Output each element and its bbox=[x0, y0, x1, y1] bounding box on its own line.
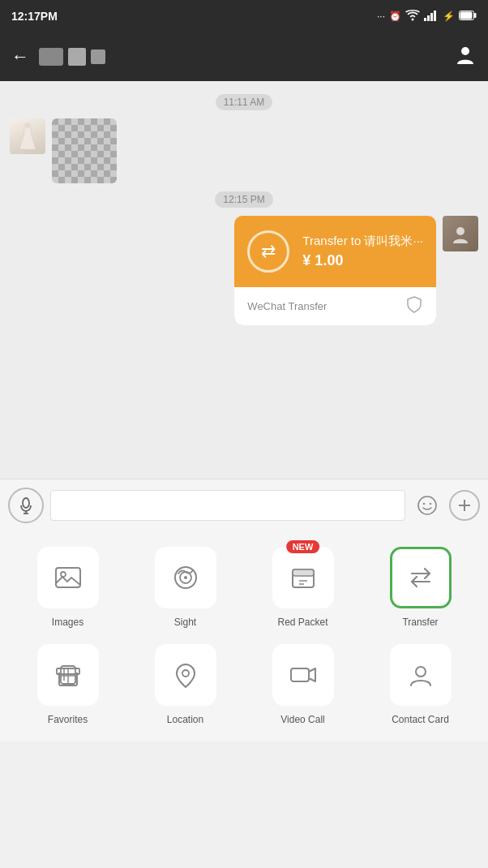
panel-item-sight[interactable]: Sight bbox=[131, 547, 240, 628]
svg-point-14 bbox=[423, 502, 425, 504]
svg-point-29 bbox=[182, 670, 189, 677]
svg-point-19 bbox=[61, 572, 66, 577]
panel-item-contactcard[interactable]: Contact Card bbox=[366, 644, 475, 725]
battery-icon bbox=[459, 11, 477, 23]
panel-item-favorites[interactable]: Favorites bbox=[13, 644, 122, 725]
svg-point-10 bbox=[23, 498, 29, 508]
svg-rect-3 bbox=[434, 11, 436, 21]
contact-avatar-3 bbox=[91, 49, 105, 64]
voice-button[interactable] bbox=[8, 488, 44, 523]
favorites-label: Favorites bbox=[48, 714, 88, 725]
new-badge-redpacket: NEW bbox=[286, 540, 320, 553]
redpacket-label: Red Packet bbox=[277, 617, 327, 628]
message-received-1 bbox=[10, 118, 478, 183]
svg-point-9 bbox=[456, 227, 464, 235]
sender-avatar-1 bbox=[10, 118, 45, 154]
transfer-footer-label: WeChat Transfer bbox=[247, 300, 327, 312]
emoji-button[interactable] bbox=[412, 490, 443, 521]
header-contact-info bbox=[39, 48, 444, 66]
location-icon-box bbox=[155, 644, 216, 706]
transfer-info: Transfer to 请叫我米··· ¥ 1.00 bbox=[302, 234, 423, 269]
input-area bbox=[0, 479, 488, 531]
profile-icon[interactable] bbox=[454, 43, 477, 71]
message-sent-transfer: ⇄ Transfer to 请叫我米··· ¥ 1.00 WeChat Tran… bbox=[10, 216, 478, 325]
status-bar: 12:17PM ··· ⏰ ⚡ bbox=[0, 0, 488, 32]
received-image-1[interactable] bbox=[52, 118, 117, 183]
chat-messages: 11:11 AM 12:15 PM ⇄ Transfer t bbox=[0, 81, 488, 479]
timestamp-2: 12:15 PM bbox=[215, 191, 272, 208]
signal-dots-icon: ··· bbox=[377, 11, 385, 22]
videocall-icon-box bbox=[272, 644, 334, 706]
add-button[interactable] bbox=[449, 490, 480, 521]
sight-label: Sight bbox=[174, 617, 196, 628]
transfer-amount: ¥ 1.00 bbox=[302, 252, 423, 269]
panel-item-redpacket[interactable]: NEW Red Packet bbox=[248, 547, 357, 628]
transfer-icon-box bbox=[390, 547, 452, 608]
svg-point-22 bbox=[184, 576, 187, 579]
contact-avatar-1 bbox=[39, 48, 63, 66]
contact-avatar-2 bbox=[68, 48, 86, 66]
alarm-icon: ⏰ bbox=[389, 11, 401, 22]
panel-item-images[interactable]: Images bbox=[13, 547, 122, 628]
status-icons: ··· ⏰ ⚡ bbox=[377, 10, 477, 24]
favorites-icon-box bbox=[37, 644, 99, 706]
lightning-icon: ⚡ bbox=[443, 11, 455, 22]
location-label: Location bbox=[167, 714, 203, 725]
transfer-arrows-icon: ⇄ bbox=[261, 241, 276, 262]
svg-rect-2 bbox=[430, 13, 433, 21]
chat-header: ← bbox=[0, 32, 488, 81]
message-input[interactable] bbox=[50, 490, 405, 521]
back-button[interactable]: ← bbox=[11, 46, 29, 67]
svg-rect-18 bbox=[56, 568, 80, 587]
contactcard-icon-box bbox=[390, 644, 452, 706]
transfer-label: Transfer bbox=[402, 617, 438, 628]
images-icon-box bbox=[37, 547, 99, 608]
transfer-bubble[interactable]: ⇄ Transfer to 请叫我米··· ¥ 1.00 WeChat Tran… bbox=[234, 216, 436, 325]
panel-item-videocall[interactable]: Video Call bbox=[248, 644, 357, 725]
wifi-icon bbox=[405, 10, 420, 24]
signal-bars-icon bbox=[424, 10, 439, 24]
bottom-panel: Images Sight NEW Red Packet bbox=[0, 531, 488, 741]
svg-rect-30 bbox=[291, 668, 309, 681]
transfer-title: Transfer to 请叫我米··· bbox=[302, 234, 423, 249]
timestamp-1: 11:11 AM bbox=[216, 94, 273, 110]
contactcard-label: Contact Card bbox=[392, 714, 449, 725]
images-label: Images bbox=[52, 617, 83, 628]
svg-point-8 bbox=[25, 123, 30, 128]
transfer-circle-icon: ⇄ bbox=[247, 230, 289, 273]
videocall-label: Video Call bbox=[280, 714, 324, 725]
transfer-footer: WeChat Transfer bbox=[234, 287, 436, 325]
redpacket-icon-box: NEW bbox=[272, 547, 334, 608]
svg-point-31 bbox=[416, 667, 426, 677]
svg-rect-0 bbox=[424, 18, 426, 21]
svg-rect-24 bbox=[293, 569, 314, 576]
svg-point-7 bbox=[461, 47, 469, 55]
sight-icon-box bbox=[155, 547, 216, 608]
svg-rect-1 bbox=[427, 15, 430, 21]
status-time: 12:17PM bbox=[11, 10, 58, 23]
panel-item-transfer[interactable]: Transfer bbox=[366, 547, 475, 628]
svg-rect-5 bbox=[474, 13, 477, 18]
svg-point-13 bbox=[418, 496, 436, 514]
svg-point-15 bbox=[430, 502, 431, 504]
shield-icon bbox=[405, 295, 423, 317]
panel-item-location[interactable]: Location bbox=[131, 644, 240, 725]
sender-avatar-sent bbox=[443, 216, 478, 251]
svg-rect-6 bbox=[460, 11, 473, 19]
